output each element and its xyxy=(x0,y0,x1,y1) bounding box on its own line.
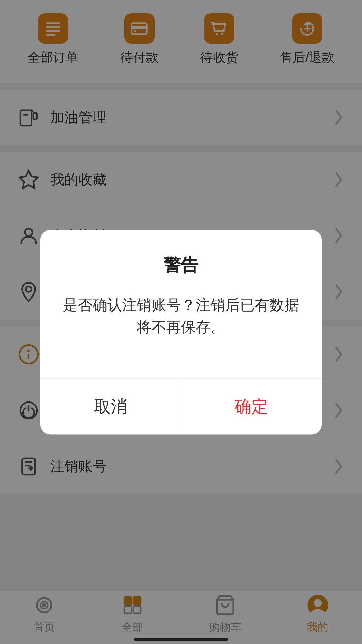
dialog-title: 警告 xyxy=(60,254,302,277)
dialog-content: 警告 是否确认注销账号？注销后已有数据将不再保存。 xyxy=(40,230,322,358)
dialog-message: 是否确认注销账号？注销后已有数据将不再保存。 xyxy=(60,294,302,338)
cancel-button[interactable]: 取消 xyxy=(40,379,181,435)
alert-dialog: 警告 是否确认注销账号？注销后已有数据将不再保存。 取消 确定 xyxy=(40,230,322,435)
confirm-button[interactable]: 确定 xyxy=(181,379,322,435)
dialog-buttons: 取消 确定 xyxy=(40,378,322,435)
